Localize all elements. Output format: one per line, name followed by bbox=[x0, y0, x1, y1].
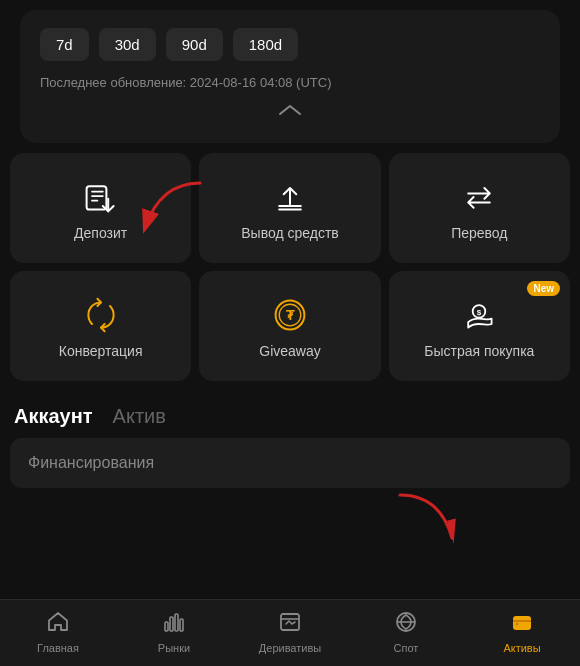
svg-rect-14 bbox=[513, 616, 531, 630]
assets-icon bbox=[510, 610, 534, 638]
convert-label: Конвертация bbox=[59, 343, 143, 359]
nav-home-label: Главная bbox=[37, 642, 79, 654]
tab-assets[interactable]: Актив bbox=[113, 405, 166, 428]
bottom-nav: Главная Рынки Деривативы bbox=[0, 599, 580, 666]
withdraw-icon bbox=[272, 179, 308, 215]
nav-assets[interactable]: Активы bbox=[464, 610, 580, 654]
nav-markets-label: Рынки bbox=[158, 642, 190, 654]
svg-rect-9 bbox=[170, 617, 173, 631]
nav-markets[interactable]: Рынки bbox=[116, 610, 232, 654]
derivatives-icon bbox=[278, 610, 302, 638]
home-icon bbox=[46, 610, 70, 638]
nav-home[interactable]: Главная bbox=[0, 610, 116, 654]
last-update-text: Последнее обновление: 2024-08-16 04:08 (… bbox=[40, 75, 540, 90]
svg-point-16 bbox=[516, 623, 519, 626]
action-quick-buy[interactable]: New $ Быстрая покупка bbox=[389, 271, 570, 381]
action-convert[interactable]: Конвертация bbox=[10, 271, 191, 381]
nav-derivatives[interactable]: Деривативы bbox=[232, 610, 348, 654]
nav-derivatives-label: Деривативы bbox=[259, 642, 321, 654]
quick-buy-icon: $ bbox=[461, 297, 497, 333]
svg-rect-8 bbox=[165, 622, 168, 631]
nav-spot[interactable]: Спот bbox=[348, 610, 464, 654]
withdraw-label: Вывод средств bbox=[241, 225, 339, 241]
finance-label: Финансирования bbox=[28, 454, 154, 471]
time-filter-group: 7d 30d 90d 180d bbox=[40, 28, 540, 61]
deposit-icon bbox=[83, 179, 119, 215]
action-giveaway[interactable]: ₮ Giveaway bbox=[199, 271, 380, 381]
transfer-label: Перевод bbox=[451, 225, 507, 241]
svg-rect-15 bbox=[513, 620, 531, 622]
filter-180d[interactable]: 180d bbox=[233, 28, 298, 61]
filter-7d[interactable]: 7d bbox=[40, 28, 89, 61]
action-withdraw[interactable]: Вывод средств bbox=[199, 153, 380, 263]
giveaway-label: Giveaway bbox=[259, 343, 320, 359]
svg-text:₮: ₮ bbox=[286, 309, 295, 323]
top-card: 7d 30d 90d 180d Последнее обновление: 20… bbox=[20, 10, 560, 143]
new-badge: New bbox=[527, 281, 560, 296]
spot-icon bbox=[394, 610, 418, 638]
finance-row[interactable]: Финансирования bbox=[10, 438, 570, 488]
convert-icon bbox=[83, 297, 119, 333]
action-grid: Депозит Вывод средств Перевод bbox=[0, 143, 580, 391]
nav-spot-label: Спот bbox=[394, 642, 419, 654]
chevron-up-icon[interactable] bbox=[40, 102, 540, 123]
svg-rect-10 bbox=[175, 614, 178, 631]
filter-30d[interactable]: 30d bbox=[99, 28, 156, 61]
action-deposit[interactable]: Депозит bbox=[10, 153, 191, 263]
red-arrow-finance-icon bbox=[390, 490, 470, 564]
svg-rect-11 bbox=[180, 619, 183, 631]
tab-account[interactable]: Аккаунт bbox=[14, 405, 93, 428]
account-tabs: Аккаунт Актив bbox=[0, 391, 580, 438]
deposit-label: Депозит bbox=[74, 225, 127, 241]
svg-text:$: $ bbox=[477, 308, 482, 317]
action-transfer[interactable]: Перевод bbox=[389, 153, 570, 263]
quick-buy-label: Быстрая покупка bbox=[424, 343, 534, 359]
markets-icon bbox=[162, 610, 186, 638]
filter-90d[interactable]: 90d bbox=[166, 28, 223, 61]
nav-assets-label: Активы bbox=[503, 642, 540, 654]
giveaway-icon: ₮ bbox=[272, 297, 308, 333]
transfer-icon bbox=[461, 179, 497, 215]
